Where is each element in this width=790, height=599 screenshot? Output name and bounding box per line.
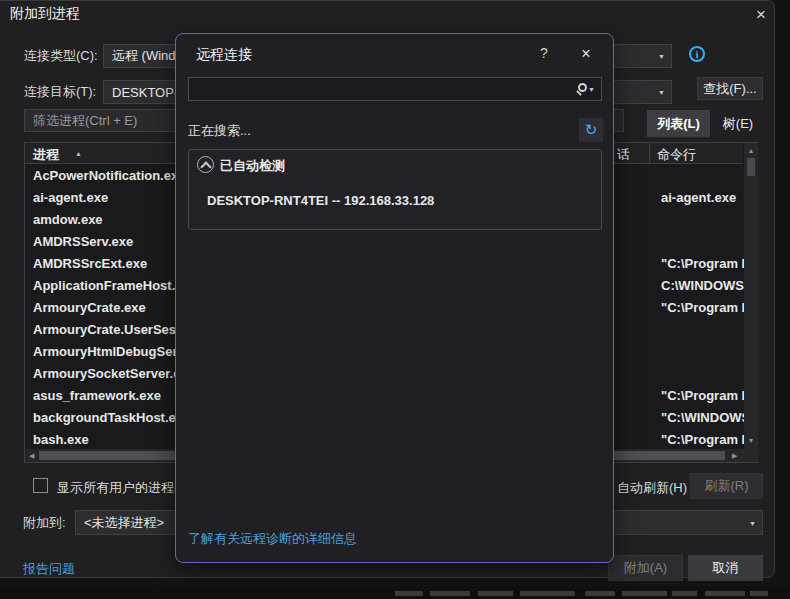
process-name: ApplicationFrameHost.e <box>33 278 183 293</box>
connection-type-value: 远程 (Windo <box>112 47 183 65</box>
chevron-down-icon: ▼ <box>658 53 665 60</box>
process-name: AMDRSServ.exe <box>33 234 133 249</box>
process-name: AMDRSSrcExt.exe <box>33 256 147 271</box>
connection-type-label: 连接类型(C): <box>24 47 98 65</box>
attach-to-value: <未选择进程> <box>84 514 164 532</box>
connection-target-label: 连接目标(T): <box>24 83 96 101</box>
chevron-down-icon: ▼ <box>588 86 595 93</box>
process-name: bash.exe <box>33 432 89 447</box>
process-name: amdow.exe <box>33 212 103 227</box>
find-button[interactable]: 查找(F)... <box>697 77 763 100</box>
vertical-scrollbar[interactable]: ▲ ▼ <box>744 143 758 449</box>
vertical-scrollbar-thumb[interactable] <box>747 158 755 176</box>
attach-button[interactable]: 附加(A) <box>608 555 683 581</box>
process-name: ArmouryHtmlDebugSer <box>33 344 177 359</box>
report-problem-link[interactable]: 报告问题 <box>23 560 75 578</box>
tree-view-button[interactable]: 树(E) <box>712 110 764 137</box>
process-name: ArmourySocketServer.ex <box>33 366 188 381</box>
remote-connection-dialog: 远程连接 ? × ▼ 正在搜索... ↻ 已自动检测 DESKTOP-RNT4T… <box>175 33 614 563</box>
remote-search-input[interactable] <box>188 77 602 101</box>
process-command: C:\WINDOWS\ <box>661 278 744 293</box>
process-name: AcPowerNotification.exe <box>33 168 185 183</box>
detected-host-item[interactable]: DESKTOP-RNT4TEI -- 192.168.33.128 <box>207 193 434 208</box>
process-command: "C:\Program Fi <box>661 256 744 271</box>
dialog-title: 附加到进程 <box>10 5 80 23</box>
chevron-down-icon: ▼ <box>749 519 756 526</box>
scrollbar-corner <box>744 449 758 462</box>
column-header-process[interactable]: 进程 <box>33 146 59 164</box>
close-icon[interactable]: × <box>748 3 774 27</box>
modal-title: 远程连接 <box>196 46 252 64</box>
search-icon[interactable] <box>578 83 587 92</box>
info-icon[interactable]: i <box>689 46 705 62</box>
help-icon[interactable]: ? <box>534 45 554 61</box>
process-name: asus_framework.exe <box>33 388 161 403</box>
scroll-down-icon[interactable]: ▼ <box>744 437 758 444</box>
process-name: ai-agent.exe <box>33 190 108 205</box>
auto-detected-label: 已自动检测 <box>220 157 285 175</box>
background-window-strip <box>0 586 790 599</box>
process-command: "C:\Program Fi <box>661 432 744 447</box>
column-divider <box>649 143 650 164</box>
scroll-left-icon[interactable]: ◀ <box>29 452 34 460</box>
column-header-session[interactable]: 话 <box>617 146 630 164</box>
process-name: ArmouryCrate.UserSessi <box>33 322 187 337</box>
process-command: "C:\Program Fi <box>661 388 744 403</box>
collapse-chevron-icon[interactable] <box>197 156 214 173</box>
cancel-button[interactable]: 取消 <box>688 555 763 581</box>
chevron-down-icon: ▼ <box>658 89 665 96</box>
process-command: "C:\Program Fi <box>661 300 744 315</box>
auto-refresh-label: 自动刷新(H) <box>617 479 687 497</box>
show-all-users-label: 显示所有用户的进程(U <box>57 479 188 497</box>
column-header-command[interactable]: 命令行 <box>657 146 696 164</box>
sort-asc-icon: ▲ <box>75 150 82 157</box>
remote-diagnostics-link[interactable]: 了解有关远程诊断的详细信息 <box>188 530 357 548</box>
process-command: ai-agent.exe <box>661 190 744 205</box>
show-all-users-checkbox[interactable] <box>33 478 48 493</box>
searching-status: 正在搜索... <box>188 122 251 140</box>
attach-to-label: 附加到: <box>23 514 66 532</box>
scroll-right-icon[interactable]: ▶ <box>732 452 737 460</box>
refresh-button[interactable]: 刷新(R) <box>690 473 763 499</box>
refresh-icon[interactable]: ↻ <box>579 118 603 142</box>
process-name: ArmouryCrate.exe <box>33 300 146 315</box>
auto-detected-group: 已自动检测 DESKTOP-RNT4TEI -- 192.168.33.128 <box>188 149 602 230</box>
scroll-up-icon[interactable]: ▲ <box>744 147 758 154</box>
screen: 附加到进程 × 连接类型(C): 远程 (Windo ▼ i 连接目标(T): … <box>0 0 790 599</box>
close-icon[interactable]: × <box>574 43 598 65</box>
process-command: "C:\WINDOWS <box>661 410 744 425</box>
list-view-button[interactable]: 列表(L) <box>647 110 710 137</box>
process-name: backgroundTaskHost.ex <box>33 410 183 425</box>
